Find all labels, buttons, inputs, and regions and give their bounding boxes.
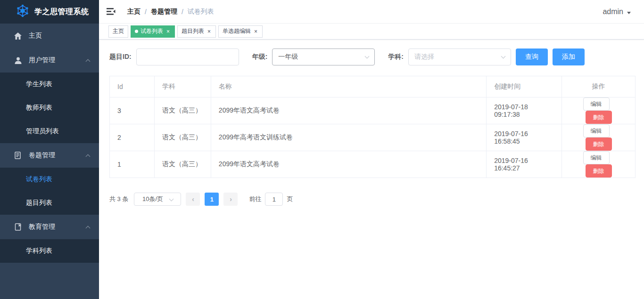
tab-question-list[interactable]: 题目列表 × (177, 25, 216, 38)
cell-created: 2019-07-18 09:17:38 (487, 97, 562, 124)
page-1-button[interactable]: 1 (205, 193, 219, 206)
page-content: 题目ID: 年级: 一年级 学科: 请选择 查询 添加 (99, 40, 644, 206)
edit-button[interactable]: 编辑 (583, 97, 610, 111)
cell-name: 2099年语文高考试卷 (211, 97, 486, 124)
breadcrumb: 主页 / 卷题管理 / 试卷列表 (127, 8, 214, 16)
table-header-row: Id 学科 名称 创建时间 操作 (110, 76, 636, 97)
tab-label: 主页 (113, 27, 124, 35)
caret-down-icon (627, 12, 631, 14)
chevron-down-icon (501, 54, 506, 59)
sidebar-section-label: 教育管理 (29, 223, 86, 231)
col-header-subject: 学科 (154, 76, 211, 97)
edit-button[interactable]: 编辑 (583, 151, 610, 164)
delete-button[interactable]: 删除 (586, 111, 612, 124)
question-id-label: 题目ID: (109, 53, 132, 61)
sidebar-item-question-list[interactable]: 题目列表 (0, 191, 99, 215)
prev-page-button[interactable]: ‹ (186, 193, 200, 206)
delete-button[interactable]: 删除 (586, 137, 612, 151)
breadcrumb-home[interactable]: 主页 (127, 8, 140, 16)
table-row: 1 语文（高三） 2099年语文高考试卷 2019-07-16 16:45:27… (110, 151, 636, 178)
col-header-name: 名称 (211, 76, 486, 97)
sidebar-item-admin-list[interactable]: 管理员列表 (0, 120, 99, 143)
paper-table: Id 学科 名称 创建时间 操作 3 语文（高三） 2099年语文高考试卷 20… (109, 76, 636, 178)
grade-select[interactable]: 一年级 (272, 48, 375, 65)
tags-view-bar: 主页 试卷列表 × 题目列表 × 单选题编辑 × (99, 24, 644, 40)
chevron-down-icon (169, 196, 174, 201)
close-icon[interactable]: × (206, 28, 212, 35)
chevron-up-icon (86, 154, 91, 159)
subject-select[interactable]: 请选择 (408, 48, 511, 65)
sidebar-fold-icon[interactable] (107, 8, 117, 16)
search-button[interactable]: 查询 (516, 48, 548, 65)
sidebar-section-user-management[interactable]: 用户管理 (0, 48, 99, 73)
chevron-up-icon (86, 59, 91, 64)
grade-label: 年级: (252, 53, 268, 61)
grade-select-value: 一年级 (278, 53, 365, 61)
col-header-id: Id (110, 76, 155, 97)
sidebar-item-label: 主页 (29, 32, 42, 40)
tab-paper-list[interactable]: 试卷列表 × (131, 25, 175, 38)
delete-button[interactable]: 删除 (586, 164, 612, 178)
cell-actions: 编辑 删除 (562, 97, 636, 124)
close-icon[interactable]: × (253, 28, 258, 35)
tab-single-choice-edit[interactable]: 单选题编辑 × (218, 25, 263, 38)
user-dropdown[interactable]: admin (603, 8, 631, 16)
chevron-down-icon (365, 54, 370, 59)
col-header-created: 创建时间 (487, 76, 562, 97)
cell-subject: 语文（高三） (154, 124, 211, 151)
sidebar-section-exam-management[interactable]: 卷题管理 (0, 143, 99, 168)
cell-subject: 语文（高三） (154, 97, 211, 124)
sidebar-section-label: 用户管理 (29, 56, 86, 65)
logo-icon (16, 4, 30, 20)
cell-id: 3 (110, 97, 155, 124)
app-title: 学之思管理系统 (34, 7, 89, 17)
document-icon (14, 152, 22, 159)
username: admin (603, 8, 623, 16)
submenu-education-management: 学科列表 (0, 239, 99, 263)
goto-page-input[interactable] (265, 193, 283, 206)
cell-id: 2 (110, 124, 155, 151)
sidebar-item-subject-list[interactable]: 学科列表 (0, 239, 99, 263)
table-row: 2 语文（高三） 2099年高考语文训练试卷 2019-07-16 16:58:… (110, 124, 636, 151)
topbar: 主页 / 卷题管理 / 试卷列表 admin (99, 0, 644, 24)
submenu-exam-management: 试卷列表 题目列表 (0, 168, 99, 215)
cell-created: 2019-07-16 16:45:27 (487, 151, 562, 178)
pagination: 共 3 条 10条/页 ‹ 1 › 前往 页 (109, 193, 632, 206)
cell-name: 2099年语文高考试卷 (211, 151, 486, 178)
notebook-icon (14, 223, 22, 231)
logo: 学之思管理系统 (0, 0, 99, 24)
sidebar-item-paper-list[interactable]: 试卷列表 (0, 168, 99, 191)
page-size-value: 10条/页 (142, 195, 163, 203)
main-area: 主页 / 卷题管理 / 试卷列表 admin 主页 试卷列表 × (99, 0, 644, 299)
tab-label: 单选题编辑 (223, 27, 251, 35)
close-icon[interactable]: × (165, 28, 171, 35)
cell-actions: 编辑 删除 (562, 151, 636, 178)
subject-select-placeholder: 请选择 (414, 53, 502, 61)
question-id-input[interactable] (136, 48, 239, 65)
tab-label: 题目列表 (182, 27, 204, 35)
edit-button[interactable]: 编辑 (583, 124, 610, 137)
breadcrumb-separator: / (145, 8, 147, 16)
sidebar-item-teacher-list[interactable]: 教师列表 (0, 96, 99, 120)
col-header-actions: 操作 (562, 76, 636, 97)
sidebar-item-student-list[interactable]: 学生列表 (0, 73, 99, 96)
cell-id: 1 (110, 151, 155, 178)
goto-label: 前往 (249, 195, 261, 203)
cell-created: 2019-07-16 16:58:45 (487, 124, 562, 151)
breadcrumb-exam-management[interactable]: 卷题管理 (151, 8, 177, 16)
tab-home[interactable]: 主页 (108, 25, 128, 38)
next-page-button[interactable]: › (223, 193, 238, 206)
home-icon (14, 32, 22, 40)
tab-label: 试卷列表 (140, 27, 163, 35)
filter-bar: 题目ID: 年级: 一年级 学科: 请选择 查询 添加 (109, 48, 632, 65)
page-size-select[interactable]: 10条/页 (134, 193, 181, 206)
active-dot (135, 30, 138, 33)
sidebar-item-home[interactable]: 主页 (0, 24, 99, 48)
chevron-up-icon (86, 226, 91, 230)
sidebar-menu: 主页 用户管理 学生列表 教师列表 管理员列表 卷题管理 (0, 24, 99, 263)
sidebar-section-label: 卷题管理 (29, 151, 86, 160)
app-window: 学之思管理系统 主页 用户管理 学生列表 教师列表 管理员列表 (0, 0, 644, 299)
sidebar-section-education-management[interactable]: 教育管理 (0, 215, 99, 239)
add-button[interactable]: 添加 (553, 48, 585, 65)
table-row: 3 语文（高三） 2099年语文高考试卷 2019-07-18 09:17:38… (110, 97, 636, 124)
